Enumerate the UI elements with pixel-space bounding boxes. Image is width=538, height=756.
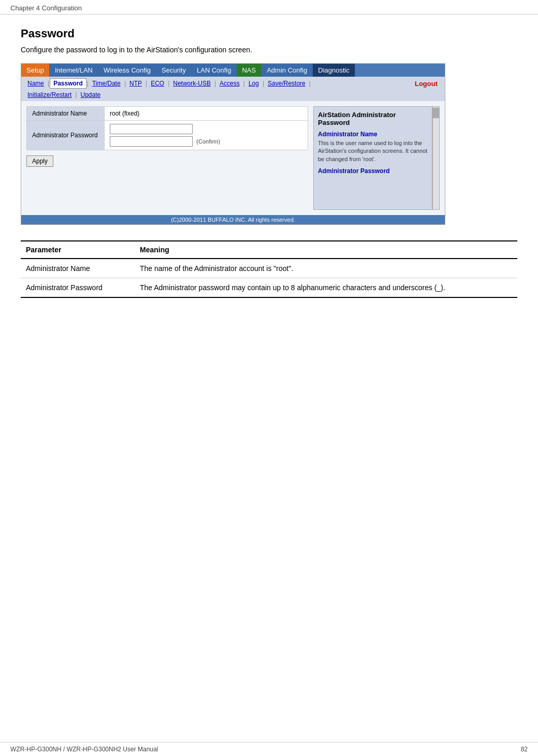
help-title: AirStation Administrator Password	[318, 111, 428, 126]
help-panel-container: AirStation Administrator Password Admini…	[313, 106, 440, 210]
sub-nav-eco[interactable]: ECO	[148, 79, 167, 88]
ui-footer: (C)2000-2011 BUFFALO INC. All rights res…	[21, 215, 445, 224]
nav-tab-setup[interactable]: Setup	[21, 64, 50, 77]
table-row: Administrator PasswordThe Administrator …	[21, 278, 517, 298]
sub-nav-ntp[interactable]: NTP	[126, 79, 145, 88]
param-table-header: Parameter Meaning	[21, 241, 517, 259]
ui-screenshot: Setup Internet/LAN Wireless Config Secur…	[21, 63, 445, 225]
admin-password-input[interactable]	[110, 124, 193, 134]
nav-tab-wireless-config[interactable]: Wireless Config	[98, 64, 156, 77]
form-table: Administrator Name root (fixed) Administ…	[26, 106, 308, 150]
param-name: Administrator Password	[21, 278, 135, 298]
main-content: Password Configure the password to log i…	[0, 15, 538, 319]
sub-nav-name[interactable]: Name	[24, 79, 47, 88]
nav-bar: Setup Internet/LAN Wireless Config Secur…	[21, 64, 445, 77]
admin-name-value: root (fixed)	[105, 107, 308, 121]
param-meaning: The Administrator password may contain u…	[135, 278, 517, 298]
sub-nav-bar: Name | Password | Time/Date | NTP | ECO …	[21, 77, 445, 90]
nav-tab-security[interactable]: Security	[156, 64, 192, 77]
table-row: Administrator Password (Confirm)	[27, 121, 308, 150]
sub-nav-time-date[interactable]: Time/Date	[89, 79, 124, 88]
admin-password-label: Administrator Password	[27, 121, 105, 150]
nav-tab-nas[interactable]: NAS	[237, 64, 261, 77]
footer-page: 82	[521, 746, 528, 753]
footer-model: WZR-HP-G300NH / WZR-HP-G300NH2 User Manu…	[10, 746, 158, 753]
table-row: Administrator NameThe name of the Admini…	[21, 259, 517, 278]
col-meaning: Meaning	[135, 241, 517, 259]
scrollbar[interactable]	[432, 106, 440, 210]
apply-button[interactable]: Apply	[26, 155, 53, 167]
admin-password-cell: (Confirm)	[105, 121, 308, 150]
breadcrumb: Chapter 4 Configuration	[0, 0, 538, 15]
param-name: Administrator Name	[21, 259, 135, 278]
nav-tab-admin-config[interactable]: Admin Config	[261, 64, 313, 77]
help-panel: AirStation Administrator Password Admini…	[313, 106, 432, 210]
ui-body: Administrator Name root (fixed) Administ…	[21, 101, 445, 215]
nav-tab-lan-config[interactable]: LAN Config	[192, 64, 237, 77]
section-description: Configure the password to log in to the …	[21, 46, 517, 54]
sub-nav-initialize-restart[interactable]: Initialize/Restart	[24, 90, 75, 99]
form-area: Administrator Name root (fixed) Administ…	[26, 106, 313, 210]
sub-nav-bar-row2: Initialize/Restart | Update	[21, 90, 445, 101]
col-parameter: Parameter	[21, 241, 135, 259]
sub-nav-password[interactable]: Password	[50, 78, 86, 89]
help-admin-name-text: This is the user name used to log into t…	[318, 139, 428, 163]
logout-button[interactable]: Logout	[411, 79, 442, 89]
sub-nav-access[interactable]: Access	[216, 79, 243, 88]
admin-name-label: Administrator Name	[27, 107, 105, 121]
nav-tab-internet-lan[interactable]: Internet/LAN	[50, 64, 98, 77]
confirm-label: (Confirm)	[196, 138, 220, 145]
page-footer: WZR-HP-G300NH / WZR-HP-G300NH2 User Manu…	[0, 742, 538, 756]
page-title: Password	[21, 27, 517, 40]
table-row: Administrator Name root (fixed)	[27, 107, 308, 121]
help-admin-name-heading: Administrator Name	[318, 131, 428, 138]
sub-nav-update[interactable]: Update	[78, 90, 104, 99]
param-meaning: The name of the Administrator account is…	[135, 259, 517, 278]
sub-nav-network-usb[interactable]: Network-USB	[170, 79, 214, 88]
param-table: Parameter Meaning Administrator NameThe …	[21, 240, 517, 298]
sub-nav-log[interactable]: Log	[245, 79, 262, 88]
sub-nav-save-restore[interactable]: Save/Restore	[265, 79, 309, 88]
admin-password-confirm-input[interactable]	[110, 136, 193, 147]
scrollbar-thumb	[433, 108, 439, 118]
help-admin-password-heading: Administrator Password	[318, 167, 428, 175]
nav-tab-diagnostic[interactable]: Diagnostic	[313, 64, 355, 77]
